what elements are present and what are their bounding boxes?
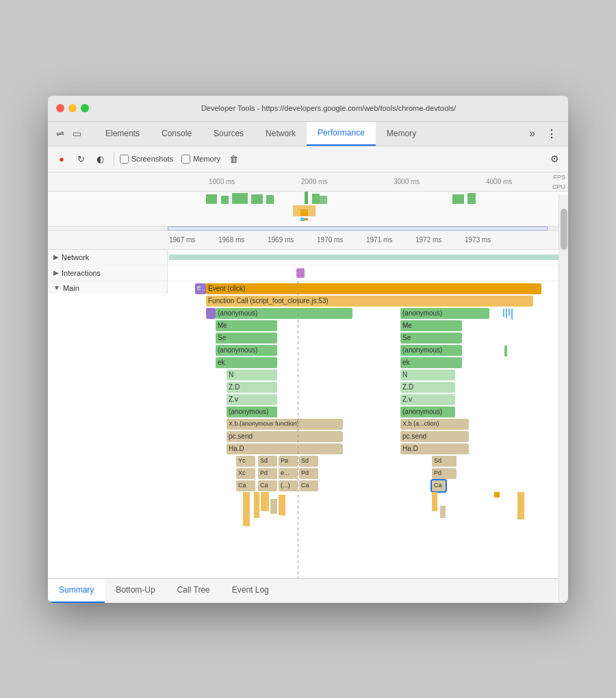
me-right[interactable]: Me	[400, 320, 462, 331]
tab-event-log[interactable]: Event Log	[221, 579, 280, 603]
network-track-label[interactable]: ▶ Network	[48, 250, 168, 265]
flame-row-5: (anonymous) (anonymous)	[168, 344, 568, 357]
anon2-left[interactable]: (anonymous)	[216, 345, 277, 356]
title-bar: Developer Tools - https://developers.goo…	[48, 96, 568, 122]
tab-memory[interactable]: Memory	[376, 122, 427, 146]
tab-summary[interactable]: Summary	[48, 579, 105, 603]
network-track: ▶ Network	[48, 250, 568, 266]
interactions-track-label[interactable]: ▶ Interactions	[48, 266, 168, 281]
pa-block[interactable]: Pa	[279, 456, 298, 467]
xc-block[interactable]: Xc	[236, 468, 255, 479]
ek-left[interactable]: ek	[216, 357, 277, 368]
ruler-4000: 4000 ms	[486, 178, 512, 185]
tab-console[interactable]: Console	[151, 122, 203, 146]
memory-checkbox-label[interactable]: Memory	[181, 155, 220, 164]
maximize-button[interactable]	[81, 104, 89, 112]
flame-row-0: E... Event (click)	[168, 283, 568, 295]
n-right[interactable]: N	[400, 370, 455, 380]
network-arrow: ▶	[53, 253, 59, 261]
flame-row-15: Xc Pd e... Pd Pd	[168, 467, 568, 480]
ruler-inner: 1000 ms 2000 ms 3000 ms 4000 ms	[168, 172, 568, 191]
n-left[interactable]: N	[227, 370, 277, 380]
anon3-left[interactable]: (anonymous)	[227, 406, 277, 417]
sd2-block[interactable]: Sd	[299, 456, 318, 467]
ruler-2000: 2000 ms	[301, 178, 327, 185]
parens-block[interactable]: (...)	[279, 480, 298, 491]
detail-ruler: 1967 ms 1968 ms 1969 ms 1970 ms 1971 ms …	[48, 231, 568, 250]
ek-right[interactable]: ek	[400, 357, 462, 368]
had-left[interactable]: Ha.D	[227, 443, 343, 454]
se-right[interactable]: Se	[400, 333, 462, 344]
ca1-block[interactable]: Ca	[236, 480, 255, 491]
overview-charts	[168, 192, 548, 226]
reload-profile-button[interactable]: ↻	[73, 151, 89, 167]
pd1-block[interactable]: Pd	[258, 468, 277, 479]
record-button[interactable]: ●	[53, 151, 70, 167]
flame-row-4: Se Se	[168, 332, 568, 344]
devtools-menu-button[interactable]: ⋮	[541, 122, 563, 146]
pc-send-right[interactable]: pc.send	[400, 431, 469, 442]
yc-block[interactable]: Yc	[236, 456, 255, 467]
anon2-right[interactable]: (anonymous)	[400, 345, 462, 356]
anon-right[interactable]: (anonymous)	[400, 308, 489, 319]
pc-send-left[interactable]: pc.send	[227, 431, 343, 442]
tick-1972: 1972 ms	[415, 236, 441, 244]
event-click-block[interactable]: Event (click)	[206, 283, 541, 294]
dock-icon[interactable]: ▭	[70, 127, 84, 140]
zd-left[interactable]: Z.D	[227, 382, 277, 393]
tab-call-tree[interactable]: Call Tree	[166, 579, 221, 603]
ca-selected-block[interactable]: Ca	[432, 480, 446, 491]
sd3-block[interactable]: Sd	[432, 456, 457, 467]
flame-row-8: Z.D Z.D	[168, 381, 568, 393]
main-track: ▼ Main E... Event (click)	[48, 281, 568, 578]
more-tabs-button[interactable]: »	[524, 122, 541, 146]
flame-row-1: Function Call (script_foot_closure.js:53…	[168, 295, 568, 307]
interactions-arrow: ▶	[53, 269, 59, 276]
tab-sources[interactable]: Sources	[203, 122, 255, 146]
cpu-chart	[168, 205, 548, 216]
had-right[interactable]: Ha.D	[400, 443, 469, 454]
tab-network[interactable]: Network	[255, 122, 307, 146]
tab-elements[interactable]: Elements	[94, 122, 151, 146]
minimize-button[interactable]	[68, 104, 77, 112]
anon3-right[interactable]: (anonymous)	[400, 406, 455, 417]
settings-button[interactable]: ⚙	[546, 151, 563, 167]
pd3-block[interactable]: Pd	[432, 468, 457, 479]
traffic-lights	[56, 104, 89, 112]
trash-button[interactable]: 🗑	[226, 151, 242, 167]
se-left[interactable]: Se	[216, 333, 277, 344]
tick-1970: 1970 ms	[317, 236, 343, 244]
close-button[interactable]	[56, 104, 64, 112]
tab-bottom-up[interactable]: Bottom-Up	[105, 579, 166, 603]
e-dots-block[interactable]: e...	[279, 468, 298, 479]
tick-1973: 1973 ms	[465, 236, 491, 244]
screenshots-checkbox[interactable]	[120, 155, 129, 164]
ca2-block[interactable]: Ca	[258, 480, 277, 491]
pd2-block[interactable]: Pd	[299, 468, 318, 479]
memory-checkbox[interactable]	[181, 155, 190, 164]
anon-left[interactable]: (anonymous)	[216, 308, 352, 319]
purple-small[interactable]	[206, 308, 216, 319]
zd-right[interactable]: Z.D	[400, 382, 455, 393]
zv-left[interactable]: Z.v	[227, 394, 277, 405]
function-call-block[interactable]: Function Call (script_foot_closure.js:53…	[206, 296, 533, 307]
screenshots-checkbox-label[interactable]: Screenshots	[120, 155, 173, 164]
clear-button[interactable]: ◐	[92, 151, 108, 167]
tick-1967: 1967 ms	[169, 236, 195, 244]
zv-right[interactable]: Z.v	[400, 394, 455, 405]
flame-row-2: (anonymous) (anonymous)	[168, 307, 568, 320]
vertical-scrollbar[interactable]	[559, 195, 568, 603]
tab-bar-controls: ⇌ ▭	[53, 122, 84, 146]
xb-right[interactable]: X.b.(a...ction)	[400, 419, 469, 430]
main-track-label[interactable]: ▼ Main	[48, 281, 168, 294]
me-left[interactable]: Me	[216, 320, 277, 331]
ca3-block[interactable]: Ca	[299, 480, 318, 491]
e-block[interactable]: E...	[195, 283, 206, 294]
sd1-block[interactable]: Sd	[258, 456, 277, 467]
flame-row-13: Ha.D Ha.D	[168, 443, 568, 455]
xb-left[interactable]: X.b.(anonymous function)	[227, 419, 343, 430]
tab-performance[interactable]: Performance	[307, 122, 376, 146]
tick-1969: 1969 ms	[268, 236, 294, 244]
cursor-icon[interactable]: ⇌	[53, 127, 67, 140]
flame-row-9: Z.v Z.v	[168, 393, 568, 406]
